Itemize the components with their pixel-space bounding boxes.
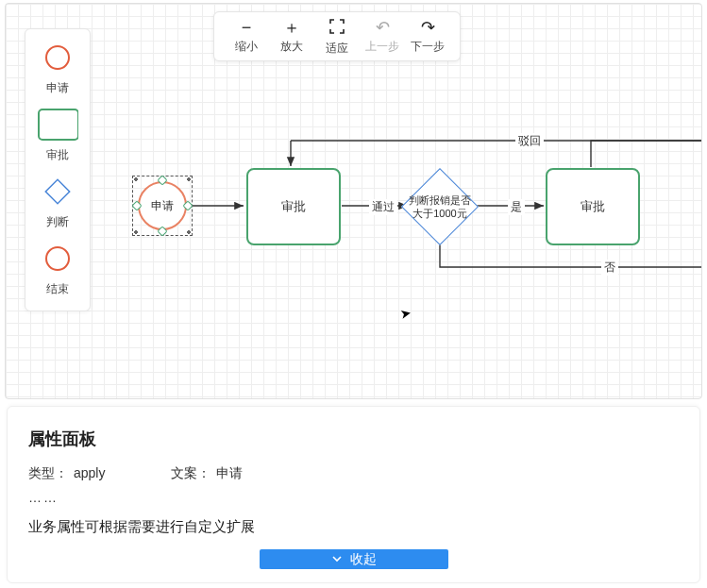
prop-ellipsis: …… xyxy=(28,490,679,505)
prop-text-value: 申请 xyxy=(216,465,243,482)
node-approve-1[interactable]: 审批 xyxy=(246,168,341,245)
prop-type-label: 类型： xyxy=(28,465,68,482)
property-panel-title: 属性面板 xyxy=(28,428,679,450)
node-judge[interactable]: 判断报销是否大于1000元 xyxy=(402,169,478,244)
collapse-button[interactable]: 收起 xyxy=(260,549,448,569)
flow-canvas[interactable]: − 缩小 ＋ 放大 适应 ↶ 上一步 ↷ 下一步 申请 xyxy=(5,3,702,399)
property-panel: 属性面板 类型： apply 文案： 申请 …… 业务属性可根据需要进行自定义扩… xyxy=(7,406,700,583)
prop-type-field: 类型： apply xyxy=(28,465,105,482)
node-approve-1-label: 审批 xyxy=(281,198,306,215)
node-approve-2[interactable]: 审批 xyxy=(546,168,640,245)
prop-note: 业务属性可根据需要进行自定义扩展 xyxy=(28,518,679,536)
node-apply[interactable]: 申请 xyxy=(138,181,187,230)
prop-type-value: apply xyxy=(74,465,105,482)
node-approve-2-label: 审批 xyxy=(581,198,605,215)
node-judge-label: 判断报销是否大于1000元 xyxy=(404,193,476,221)
collapse-label: 收起 xyxy=(350,551,377,568)
chevron-down-icon xyxy=(331,552,343,567)
prop-text-label: 文案： xyxy=(171,465,210,482)
node-apply-label: 申请 xyxy=(151,198,174,214)
node-layer: 申请 审批 判断报销是否大于1000元 审批 xyxy=(6,4,701,398)
prop-text-field: 文案： 申请 xyxy=(171,465,243,482)
